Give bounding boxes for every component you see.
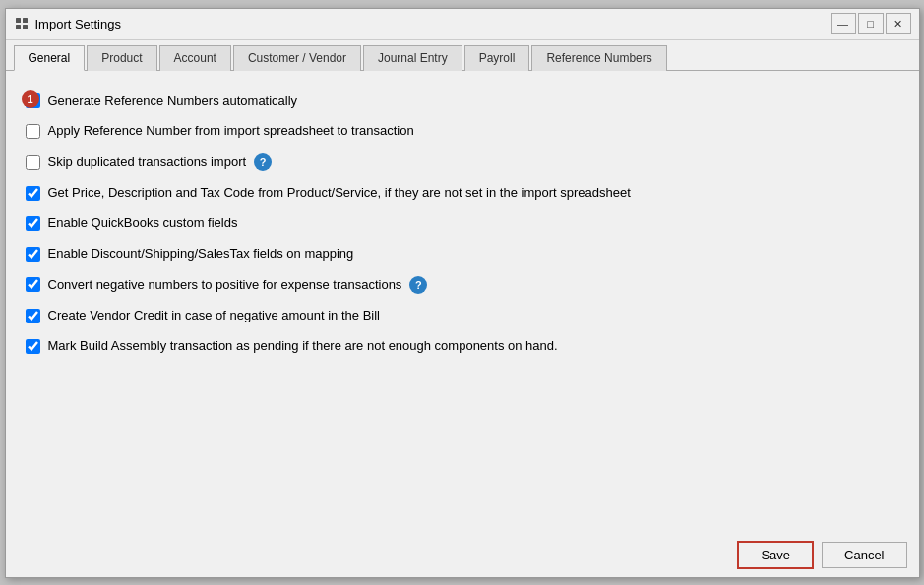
import-settings-window: Import Settings — □ ✕ General Product Ac… bbox=[5, 8, 920, 578]
tab-general[interactable]: General bbox=[14, 45, 86, 71]
cancel-button[interactable]: Cancel bbox=[822, 542, 906, 568]
checkbox-label-9: Mark Build Assembly transaction as pendi… bbox=[48, 338, 558, 355]
tab-product[interactable]: Product bbox=[87, 45, 156, 71]
maximize-button[interactable]: □ bbox=[858, 13, 884, 34]
save-button[interactable]: Save bbox=[737, 541, 814, 569]
window-title: Import Settings bbox=[35, 17, 121, 31]
tab-payroll[interactable]: Payroll bbox=[464, 45, 530, 71]
checkbox-row-8: Create Vendor Credit in case of negative… bbox=[26, 301, 899, 331]
title-controls: — □ ✕ bbox=[831, 13, 911, 34]
tab-customer-vendor[interactable]: Customer / Vendor bbox=[233, 45, 361, 71]
content-area: 1 Generate Reference Numbers automatical… bbox=[6, 71, 919, 533]
checkbox-label-2: Apply Reference Number from import sprea… bbox=[48, 123, 414, 140]
checkbox-discount-shipping[interactable] bbox=[26, 247, 40, 262]
checkbox-label-1: Generate Reference Numbers automatically bbox=[48, 93, 298, 110]
tab-bar: General Product Account Customer / Vendo… bbox=[6, 40, 919, 71]
title-bar: Import Settings — □ ✕ bbox=[6, 9, 919, 40]
checkbox-label-5: Enable QuickBooks custom fields bbox=[48, 215, 238, 232]
svg-rect-2 bbox=[16, 25, 21, 29]
checkbox-row-7: Convert negative numbers to positive for… bbox=[26, 269, 899, 301]
checkbox-row-2: Apply Reference Number from import sprea… bbox=[26, 116, 899, 146]
checkbox-label-4: Get Price, Description and Tax Code from… bbox=[48, 185, 631, 202]
title-bar-left: Import Settings bbox=[14, 16, 121, 31]
checkbox-apply-ref[interactable] bbox=[26, 124, 40, 139]
checkbox-row-5: Enable QuickBooks custom fields bbox=[26, 208, 899, 239]
checkbox-vendor-credit[interactable] bbox=[26, 309, 40, 323]
checkbox-build-assembly[interactable] bbox=[26, 339, 40, 354]
tab-journal-entry[interactable]: Journal Entry bbox=[363, 45, 462, 71]
checkbox-label-6: Enable Discount/Shipping/SalesTax fields… bbox=[48, 246, 354, 263]
help-icon-3[interactable]: ? bbox=[254, 153, 272, 171]
help-icon-7[interactable]: ? bbox=[409, 276, 427, 294]
checkbox-convert-negative[interactable] bbox=[26, 277, 40, 292]
checkbox-row-4: Get Price, Description and Tax Code from… bbox=[26, 178, 899, 208]
checkbox-get-price[interactable] bbox=[26, 186, 40, 201]
minimize-button[interactable]: — bbox=[831, 13, 856, 34]
checkbox-row-3: Skip duplicated transactions import ? bbox=[26, 146, 899, 178]
checkbox-label-7: Convert negative numbers to positive for… bbox=[48, 277, 402, 294]
checkbox-row-9: Mark Build Assembly transaction as pendi… bbox=[26, 331, 899, 362]
close-button[interactable]: ✕ bbox=[886, 13, 911, 34]
checkbox-row-1: 1 Generate Reference Numbers automatical… bbox=[26, 87, 899, 117]
tab-account[interactable]: Account bbox=[159, 45, 231, 71]
svg-rect-3 bbox=[23, 25, 28, 29]
footer: Save Cancel bbox=[6, 533, 919, 577]
badge-1: 1 bbox=[22, 90, 39, 108]
svg-rect-0 bbox=[16, 18, 21, 23]
checkbox-custom-fields[interactable] bbox=[26, 216, 40, 231]
checkbox-label-3: Skip duplicated transactions import bbox=[48, 154, 247, 171]
checkbox-row-6: Enable Discount/Shipping/SalesTax fields… bbox=[26, 239, 899, 269]
checkbox-skip-dup[interactable] bbox=[26, 155, 40, 170]
svg-rect-1 bbox=[23, 18, 28, 23]
settings-icon bbox=[14, 16, 30, 31]
tab-reference-numbers[interactable]: Reference Numbers bbox=[531, 45, 666, 71]
checkbox-label-8: Create Vendor Credit in case of negative… bbox=[48, 308, 380, 324]
